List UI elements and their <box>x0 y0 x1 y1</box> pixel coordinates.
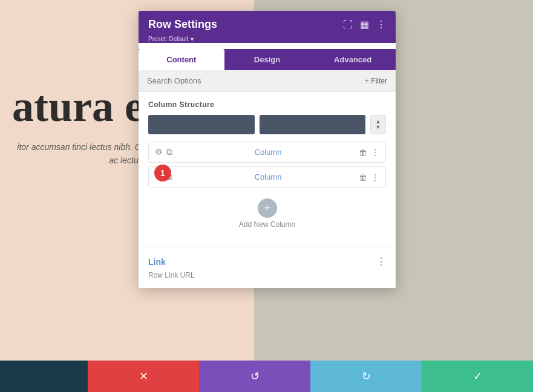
bottom-bar: ✕ ↺ ↻ ✓ <box>0 361 533 392</box>
column-1-icons: ⚙ ⧉ <box>155 147 172 157</box>
link-section-header: Link ⋮ <box>148 256 386 267</box>
panel-header: Row Settings ⛶ ▦ ⋮ Preset: Default ▾ <box>139 11 396 43</box>
more-icon-2[interactable]: ⋮ <box>371 172 379 182</box>
link-section: Link ⋮ Row Link URL <box>139 247 396 288</box>
column-1-actions: 🗑 ⋮ <box>359 148 379 157</box>
add-column-circle: + <box>258 198 277 218</box>
more-icon-1[interactable]: ⋮ <box>371 148 379 157</box>
cancel-button[interactable]: ✕ <box>88 361 199 392</box>
tab-design[interactable]: Design <box>224 49 310 70</box>
add-column-label: Add New Column <box>239 220 295 229</box>
columns-icon[interactable]: ▦ <box>360 19 369 30</box>
column-item-2: ⚙ ⧉ Column 🗑 ⋮ <box>148 166 386 188</box>
badge-1: 1 <box>154 165 171 181</box>
panel-header-icons: ⛶ ▦ ⋮ <box>343 19 386 30</box>
undo-button[interactable]: ↺ <box>199 361 310 392</box>
bottom-bar-left <box>0 361 88 392</box>
delete-icon-2[interactable]: 🗑 <box>359 172 367 182</box>
preset-dropdown[interactable]: Preset: Default ▾ <box>148 34 386 43</box>
row-link-url-label: Row Link URL <box>148 271 386 279</box>
column-spinner[interactable]: ▲ ▼ <box>370 115 386 134</box>
duplicate-icon-1[interactable]: ⧉ <box>166 147 172 157</box>
search-input[interactable] <box>147 76 360 85</box>
link-section-title[interactable]: Link <box>148 257 166 267</box>
search-bar: + Filter <box>139 70 396 92</box>
row-settings-panel: Row Settings ⛶ ▦ ⋮ Preset: Default ▾ Con… <box>139 11 396 288</box>
settings-icon-1[interactable]: ⚙ <box>155 147 163 157</box>
add-column-button[interactable]: + Add New Column <box>148 191 386 238</box>
column-structure-selector: ▲ ▼ <box>148 115 386 134</box>
redo-button[interactable]: ↻ <box>310 361 422 392</box>
column-bar-2[interactable] <box>260 115 366 134</box>
resize-icon[interactable]: ⛶ <box>343 19 353 30</box>
column-bar-1[interactable] <box>148 115 255 134</box>
delete-icon-1[interactable]: 🗑 <box>359 148 367 157</box>
column-1-label[interactable]: Column <box>177 148 359 157</box>
tab-advanced[interactable]: Advanced <box>310 49 396 70</box>
column-structure-title: Column Structure <box>148 100 386 109</box>
column-2-label[interactable]: Column <box>177 172 359 181</box>
tab-content[interactable]: Content <box>139 49 224 70</box>
link-more-icon[interactable]: ⋮ <box>376 256 386 267</box>
column-item-1: ⚙ ⧉ Column 🗑 ⋮ <box>148 142 386 163</box>
save-button[interactable]: ✓ <box>422 361 533 392</box>
panel-tabs: Content Design Advanced <box>139 49 396 70</box>
column-2-actions: 🗑 ⋮ <box>359 172 379 182</box>
more-vertical-icon[interactable]: ⋮ <box>376 19 386 30</box>
panel-title: Row Settings <box>148 18 217 31</box>
panel-body: + Filter Column Structure ▲ ▼ ⚙ ⧉ Column <box>139 70 396 288</box>
filter-button[interactable]: + Filter <box>365 77 387 85</box>
column-structure-section: Column Structure ▲ ▼ ⚙ ⧉ Column 🗑 ⋮ <box>139 92 396 247</box>
